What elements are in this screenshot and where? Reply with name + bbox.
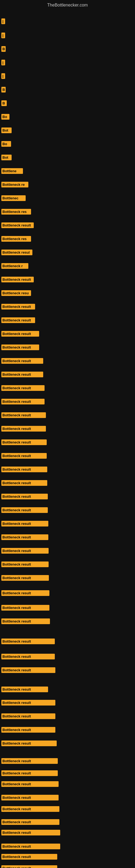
bar-item: Bottleneck result [1,795,58,801]
bar-label: Bottleneck result [1,494,48,499]
bar-item: Bottleneck result [1,590,49,596]
bar-item: Bottleneck result [1,467,47,472]
bar-item: Bottleneck result [1,654,55,659]
bar-item: Bottleneck result [1,304,35,310]
bar-label: Bottleneck result [1,222,34,228]
bar-label: Bottleneck result [1,639,55,644]
bar-item: Bottleneck result [1,819,59,825]
bar-item: Bottleneck result [1,344,39,350]
bar-item: Bottleneck result [1,758,58,764]
bar-label: | [1,60,5,65]
bar-label: B [1,87,6,93]
bar-item: Bottleneck result [1,317,35,323]
bar-label: Bottleneck result [1,727,55,733]
bar-item: Bottleneck result [1,639,55,644]
bar-label: | [1,33,5,38]
bar-item: Bottleneck result [1,575,49,581]
bar-item: Bottleneck result [1,412,46,418]
bar-label: Bottleneck result [1,467,47,472]
bar-item: | [1,19,5,24]
bar-label: Bottleneck result [1,277,34,282]
site-title: TheBottlenecker.com [0,0,135,9]
bar-label: Bottleneck result [1,713,55,719]
bar-label: | [1,73,5,79]
bar-label: Bo [1,114,9,120]
bar-item: Bottleneck result [1,830,60,835]
bar-item: Bottleneck result [1,426,46,432]
bar-item: Bottleneck re [1,182,28,187]
bar-item: Bottleneck result [1,844,60,849]
bar-item: Bottleneck result [1,494,48,499]
bar-item: Bottleneck result [1,277,34,282]
bar-label: Bot [1,127,12,133]
bar-label: B [1,46,6,52]
bar-label: Bottleneck resul [1,250,32,255]
bar-item: Bottlenec [1,195,26,201]
bar-label: Bo [1,141,11,147]
bar-label: Bottleneck result [1,317,35,323]
bar-label: Bottleneck result [1,561,49,567]
bar-item: Bottleneck result [1,781,58,787]
bar-item: Bottleneck result [1,667,55,673]
bar-item: Bot [1,155,12,160]
bar-label: Bottleneck result [1,480,47,486]
bar-label: Bottleneck result [1,453,47,459]
bar-item: Bottleneck result [1,399,45,404]
bar-item: Bottleneck res [1,236,31,242]
bar-label: Bottleneck result [1,667,55,673]
bar-item: Bottleneck result [1,385,45,391]
bar-item: B [1,46,6,52]
bar-item: Bottleneck result [1,331,39,337]
bar-item: Bottleneck resul [1,250,32,255]
bar-label: Bottleneck result [1,806,59,812]
chart-area: TheBottlenecker.com ||B||BBBoBotBoBotBot… [0,0,135,868]
bar-label: Bottleneck result [1,534,48,540]
bar-label: Bottleneck result [1,654,55,659]
bar-label: Bottleneck result [1,304,35,310]
bar-item: Bottleneck result [1,618,50,624]
bar-label: Bottleneck result [1,700,55,706]
bar-item: Bottleneck result [1,727,55,733]
bar-item: Bottleneck result [1,507,48,513]
bar-label: Bottleneck res [1,209,31,215]
bar-label: Bottleneck result [1,399,45,404]
bar-label: Bottleneck result [1,385,45,391]
bar-item: Bottleneck result [1,453,47,459]
bar-item: Bottleneck result [1,521,48,527]
bar-label: Bottleneck result [1,844,60,849]
bar-item: Bottleneck result [1,358,43,364]
bar-label: Bottleneck result [1,770,58,776]
bar-label: B [1,100,7,106]
bar-item: Bottleneck result [1,713,55,719]
bar-label: Bottleneck result [1,412,46,418]
bar-item: Bottleneck result [1,439,47,445]
bar-label: Bottleneck result [1,590,49,596]
bar-label: Bottleneck result [1,575,49,581]
bar-item: Bot [1,127,12,133]
bar-label: Bottleneck result [1,548,49,554]
bar-item: Bottlene [1,168,23,174]
bar-label: Bottleneck result [1,605,49,611]
bar-label: Bottleneck result [1,758,58,764]
bar-label: Bottlene [1,168,23,174]
bar-label: Bottleneck result [1,741,57,746]
bar-item: | [1,33,5,38]
bar-item: Bottleneck result [1,548,49,554]
bar-item: Bottleneck result [1,561,49,567]
bar-label: | [1,19,5,24]
bar-label: Bottleneck result [1,781,58,787]
bar-item: | [1,60,5,65]
bar-item: Bottleneck result [1,806,59,812]
bar-label: Bottleneck result [1,439,47,445]
bar-item: Bottleneck result [1,741,57,746]
bar-label: Bottleneck result [1,426,46,432]
bar-label: Bottleneck r [1,263,28,269]
bar-item: Bottleneck result [1,372,43,377]
bar-item: Bottleneck result [1,686,48,692]
bar-label: Bottleneck result [1,795,58,801]
bar-item: | [1,73,5,79]
bar-label: Bottleneck re [1,182,28,187]
bar-item: Bottleneck resu [1,290,31,296]
bar-item: Bottleneck result [1,222,34,228]
bar-label: Bottleneck result [1,344,39,350]
